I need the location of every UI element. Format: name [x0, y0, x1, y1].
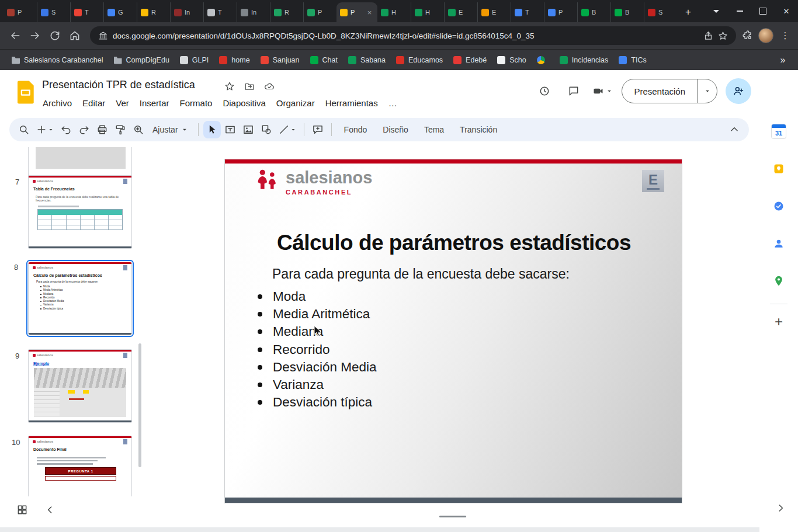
- slide-bullet[interactable]: Varianza: [258, 376, 377, 394]
- share-button[interactable]: [726, 78, 751, 104]
- bookmark-item[interactable]: Sabana: [344, 53, 390, 68]
- menu-item[interactable]: Ver: [110, 96, 134, 110]
- tab-search-icon[interactable]: [705, 0, 728, 22]
- contacts-icon[interactable]: [771, 236, 786, 251]
- browser-tab[interactable]: R ×: [270, 2, 303, 22]
- bookmark-star-icon[interactable]: [718, 31, 728, 41]
- zoom-icon[interactable]: [130, 121, 147, 138]
- slide-bullet[interactable]: Desviación Media: [258, 359, 377, 376]
- browser-tab[interactable]: H ×: [411, 2, 444, 22]
- slide-intro-text[interactable]: Para cada pregunta de la encuesta debe s…: [272, 266, 570, 282]
- hide-menus-icon[interactable]: [726, 121, 743, 138]
- select-tool[interactable]: [203, 121, 221, 138]
- profile-avatar[interactable]: [758, 28, 773, 43]
- browser-tab[interactable]: P ×: [303, 2, 336, 22]
- slide-bullet[interactable]: Media Aritmética: [258, 305, 377, 323]
- share-icon[interactable]: [703, 31, 713, 41]
- window-maximize-button[interactable]: [751, 0, 775, 22]
- slide-bullet[interactable]: Desviación típica: [258, 394, 377, 411]
- present-button[interactable]: Presentación: [622, 79, 717, 103]
- speaker-notes-handle[interactable]: [439, 516, 466, 517]
- reload-button[interactable]: [46, 26, 64, 45]
- browser-tab[interactable]: B ×: [610, 2, 644, 22]
- bookmark-item[interactable]: CompDigEdu: [109, 53, 174, 68]
- address-bar[interactable]: docs.google.com/presentation/d/1dOUsJx8R…: [90, 26, 736, 45]
- slide-bullet-list[interactable]: Moda Media Aritmética Mediana Recorrido …: [258, 288, 377, 411]
- print-icon[interactable]: [93, 121, 111, 138]
- toolbar-action-button[interactable]: Diseño: [375, 121, 416, 138]
- browser-tab[interactable]: E ×: [444, 2, 477, 22]
- browser-tab[interactable]: R ×: [137, 2, 170, 22]
- browser-tab[interactable]: In ×: [237, 2, 270, 22]
- present-dropdown-icon[interactable]: [697, 79, 717, 103]
- bookmark-item[interactable]: Sanjuan: [256, 53, 304, 68]
- browser-tab[interactable]: In ×: [170, 2, 203, 22]
- bookmark-item[interactable]: [532, 53, 554, 68]
- menu-item[interactable]: Formato: [175, 96, 218, 110]
- browser-tab[interactable]: S ×: [37, 2, 70, 22]
- new-tab-button[interactable]: [681, 5, 696, 20]
- browser-tab[interactable]: H ×: [377, 2, 411, 22]
- slide-title[interactable]: Cálculo de parámetros estadísticos: [242, 231, 665, 255]
- toolbar-action-button[interactable]: Transición: [452, 121, 505, 138]
- browser-tab[interactable]: B ×: [577, 2, 610, 22]
- browser-tab[interactable]: E ×: [477, 2, 511, 22]
- comments-icon[interactable]: [563, 81, 584, 102]
- slides-app-icon[interactable]: [18, 81, 35, 104]
- slide-bullet[interactable]: Recorrido: [258, 341, 377, 359]
- bookmark-item[interactable]: Edebé: [449, 53, 491, 68]
- menu-item[interactable]: Editar: [77, 96, 110, 110]
- bookmark-item[interactable]: GLPI: [175, 53, 214, 68]
- show-side-panel-icon[interactable]: [772, 500, 789, 516]
- slide-bullet[interactable]: Moda: [258, 288, 377, 305]
- browser-tab[interactable]: P ×: [4, 2, 37, 22]
- insert-shape-tool[interactable]: [258, 121, 275, 138]
- bookmark-item[interactable]: Incidencias: [555, 53, 613, 68]
- bookmark-item[interactable]: TICs: [614, 53, 651, 68]
- new-slide-button[interactable]: [33, 121, 57, 138]
- insert-comment-tool[interactable]: [309, 121, 327, 138]
- keep-icon[interactable]: [771, 161, 786, 176]
- bookmark-item[interactable]: Scho: [492, 53, 531, 68]
- toolbar-action-button[interactable]: Fondo: [336, 121, 375, 138]
- slide-canvas[interactable]: salesianos CARABANCHEL E Cálculo de pará…: [224, 159, 682, 503]
- insert-image-tool[interactable]: [240, 121, 257, 138]
- calendar-icon[interactable]: 31: [771, 124, 786, 139]
- text-box-tool[interactable]: [221, 121, 239, 138]
- extensions-icon[interactable]: [742, 30, 754, 41]
- menu-item[interactable]: Insertar: [134, 96, 175, 110]
- browser-tab[interactable]: T ×: [203, 2, 237, 22]
- toolbar-action-button[interactable]: Tema: [417, 121, 452, 138]
- slide-thumbnail-10[interactable]: salesianos Documento Final PREGUNTA 1: [28, 436, 132, 496]
- browser-tab[interactable]: P ×: [336, 2, 377, 22]
- window-close-button[interactable]: [775, 0, 798, 22]
- paint-format-icon[interactable]: [112, 121, 129, 138]
- bookmark-item[interactable]: home: [214, 53, 254, 68]
- star-document-icon[interactable]: [224, 81, 235, 92]
- collapse-filmstrip-icon[interactable]: [44, 504, 56, 516]
- site-info-icon[interactable]: [98, 31, 108, 41]
- document-title[interactable]: Presentación TPR de estadística: [42, 79, 195, 91]
- forward-button[interactable]: [26, 26, 44, 45]
- menu-item[interactable]: Organizar: [271, 96, 320, 110]
- browser-tab[interactable]: P ×: [544, 2, 577, 22]
- slide-thumbnail-9[interactable]: salesianos Ejemplo: [28, 349, 132, 423]
- browser-tab[interactable]: T ×: [511, 2, 544, 22]
- grid-view-icon[interactable]: [16, 504, 28, 516]
- slide-thumbnail-8-selected[interactable]: salesianos Cálculo de parámetros estadís…: [28, 262, 132, 335]
- version-history-icon[interactable]: [534, 81, 555, 102]
- menu-item[interactable]: Diapositiva: [217, 96, 270, 110]
- home-button[interactable]: [65, 26, 84, 45]
- maps-icon[interactable]: [771, 273, 786, 288]
- browser-tab[interactable]: T ×: [70, 2, 103, 22]
- zoom-fit-select[interactable]: Ajustar: [148, 121, 193, 138]
- menu-item[interactable]: Archivo: [37, 96, 77, 110]
- cloud-saved-icon[interactable]: [264, 81, 275, 92]
- move-to-folder-icon[interactable]: [244, 81, 255, 92]
- browser-menu-icon[interactable]: [778, 26, 792, 45]
- browser-tab[interactable]: G ×: [103, 2, 137, 22]
- back-button[interactable]: [6, 26, 25, 45]
- get-addons-icon[interactable]: [775, 315, 783, 329]
- browser-tab[interactable]: S ×: [644, 2, 677, 22]
- slide-thumbnail-7[interactable]: salesianos Tabla de Frecuencias Para cad…: [28, 175, 132, 249]
